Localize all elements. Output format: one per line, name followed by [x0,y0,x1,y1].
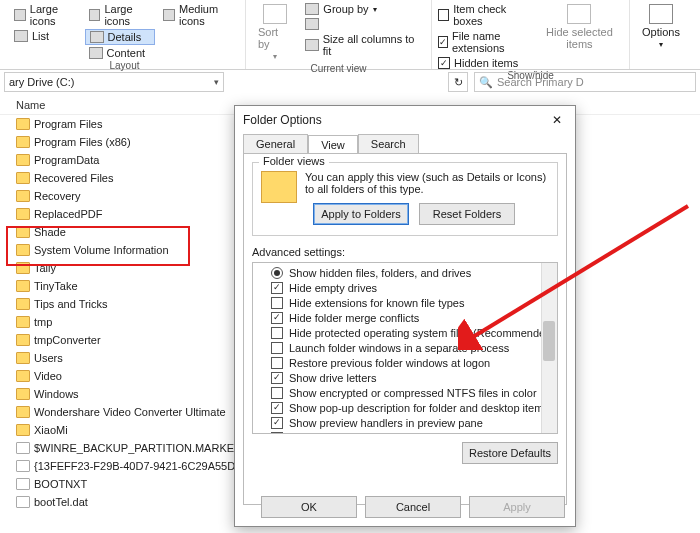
checkbox-icon [271,297,283,309]
folders-icon [261,171,297,203]
advanced-setting-item[interactable]: Hide protected operating system files (R… [271,325,557,340]
checkbox-icon [271,327,283,339]
search-field[interactable]: 🔍 Search Primary D [474,72,696,92]
list-item-label: Users [34,352,63,364]
advanced-settings-label: Advanced settings: [252,246,558,258]
folder-icon [16,118,30,130]
list-item-label: Tips and Tricks [34,298,108,310]
list-item-label: bootTel.dat [34,496,88,508]
tab-general[interactable]: General [243,134,308,153]
folder-icon [16,352,30,364]
advanced-setting-item[interactable]: Restore previous folder windows at logon [271,355,557,370]
group-by-button[interactable]: Group by ▾ [301,2,425,16]
list-item-label: {13FEFF23-F29B-40D7-9421-6C29A55DBE… [34,460,261,472]
layout-content[interactable]: Content [85,46,156,60]
advanced-setting-item[interactable]: Show status bar [271,430,557,434]
list-item-label: Wondershare Video Converter Ultimate [34,406,226,418]
apply-to-folders-button[interactable]: Apply to Folders [313,203,409,225]
folder-icon [16,316,30,328]
list-item-label: TinyTake [34,280,78,292]
restore-defaults-button[interactable]: Restore Defaults [462,442,558,464]
checkbox-icon [271,387,283,399]
list-item-label: Tally [34,262,56,274]
ok-button[interactable]: OK [261,496,357,518]
checkbox-icon [271,372,283,384]
file-icon [16,496,30,508]
search-icon: 🔍 [479,76,493,89]
reset-folders-button[interactable]: Reset Folders [419,203,515,225]
dialog-title: Folder Options [243,113,322,127]
list-item-label: System Volume Information [34,244,169,256]
advanced-setting-item[interactable]: Hide extensions for known file types [271,295,557,310]
folder-icon [16,424,30,436]
advanced-setting-item[interactable]: Show pop-up description for folder and d… [271,400,557,415]
list-item-label: BOOTNXT [34,478,87,490]
list-item-label: Program Files [34,118,102,130]
close-icon[interactable]: ✕ [547,110,567,130]
advanced-setting-item[interactable]: Launch folder windows in a separate proc… [271,340,557,355]
add-columns-button[interactable] [301,17,425,31]
list-item-label: Shade [34,226,66,238]
folder-icon [16,334,30,346]
layout-list[interactable]: List [10,29,81,43]
refresh-button[interactable]: ↻ [448,72,468,92]
advanced-setting-item[interactable]: Show hidden files, folders, and drives [271,265,557,280]
list-item-label: tmp [34,316,52,328]
list-item-label: XiaoMi [34,424,68,436]
checkbox-icon [271,432,283,435]
folder-icon [16,262,30,274]
list-item-label: $WINRE_BACKUP_PARTITION.MARKER [34,442,242,454]
folder-icon [16,280,30,292]
folder-icon [16,388,30,400]
list-item-label: Video [34,370,62,382]
tab-search[interactable]: Search [358,134,419,153]
size-all-columns-button[interactable]: Size all columns to fit [301,32,425,58]
folder-icon [16,190,30,202]
folder-icon [16,208,30,220]
hidden-items-toggle[interactable]: Hidden items [438,56,532,70]
checkbox-icon [271,417,283,429]
item-checkboxes-toggle[interactable]: Item check boxes [438,2,532,28]
layout-large-icons-alt[interactable]: Large icons [10,2,81,28]
ribbon: Large icons List Large icons Details Con… [0,0,700,70]
folder-icon [16,154,30,166]
folder-icon [16,244,30,256]
hide-selected-button[interactable]: Hide selected items [536,2,623,52]
list-item-label: Windows [34,388,79,400]
apply-button[interactable]: Apply [469,496,565,518]
file-icon [16,478,30,490]
folder-icon [16,406,30,418]
checkbox-icon [271,312,283,324]
advanced-setting-item[interactable]: Hide folder merge conflicts [271,310,557,325]
folder-icon [16,226,30,238]
folder-views-group: Folder views You can apply this view (su… [252,162,558,236]
layout-large-icons[interactable]: Large icons [85,2,156,28]
sort-by-button[interactable]: Sort by▾ [252,2,297,63]
advanced-setting-item[interactable]: Show encrypted or compressed NTFS files … [271,385,557,400]
scrollbar[interactable] [541,263,557,433]
checkbox-icon [271,342,283,354]
list-item-label: ReplacedPDF [34,208,102,220]
advanced-setting-item[interactable]: Show drive letters [271,370,557,385]
layout-medium-icons[interactable]: Medium icons [159,2,239,28]
list-item-label: Recovered Files [34,172,113,184]
address-field[interactable]: ary Drive (C:) ▾ [4,72,224,92]
file-icon [16,460,30,472]
tab-view[interactable]: View [308,135,358,154]
list-item-label: tmpConverter [34,334,101,346]
layout-details[interactable]: Details [85,29,156,45]
folder-options-dialog: Folder Options ✕ General View Search Fol… [234,105,576,527]
checkbox-icon [271,402,283,414]
radio-icon [271,267,283,279]
list-item-label: Program Files (x86) [34,136,131,148]
advanced-settings-list[interactable]: Show hidden files, folders, and drivesHi… [252,262,558,434]
advanced-setting-item[interactable]: Hide empty drives [271,280,557,295]
options-button[interactable]: Options▾ [636,2,686,51]
checkbox-icon [271,282,283,294]
filename-ext-toggle[interactable]: File name extensions [438,29,532,55]
folder-icon [16,136,30,148]
cancel-button[interactable]: Cancel [365,496,461,518]
list-item-label: Recovery [34,190,80,202]
advanced-setting-item[interactable]: Show preview handlers in preview pane [271,415,557,430]
folder-icon [16,298,30,310]
